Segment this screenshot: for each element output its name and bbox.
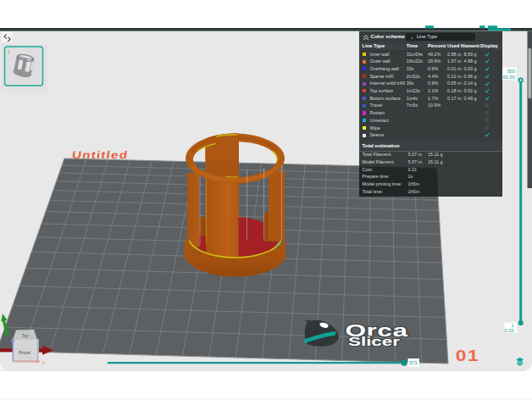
svg-text:01: 01: [456, 347, 479, 364]
svg-text:1: 1: [8, 49, 10, 54]
svg-text:Slicer: Slicer: [348, 335, 400, 348]
svg-text:60.00: 60.00: [503, 75, 515, 80]
svg-text:x: x: [42, 360, 45, 365]
svg-text:Front: Front: [19, 350, 30, 355]
svg-text:571: 571: [409, 360, 418, 365]
svg-text:300: 300: [507, 69, 514, 74]
svg-text:0.20: 0.20: [505, 328, 514, 333]
svg-text:Top: Top: [22, 334, 29, 338]
svg-text:Untitled: Untitled: [71, 148, 129, 160]
